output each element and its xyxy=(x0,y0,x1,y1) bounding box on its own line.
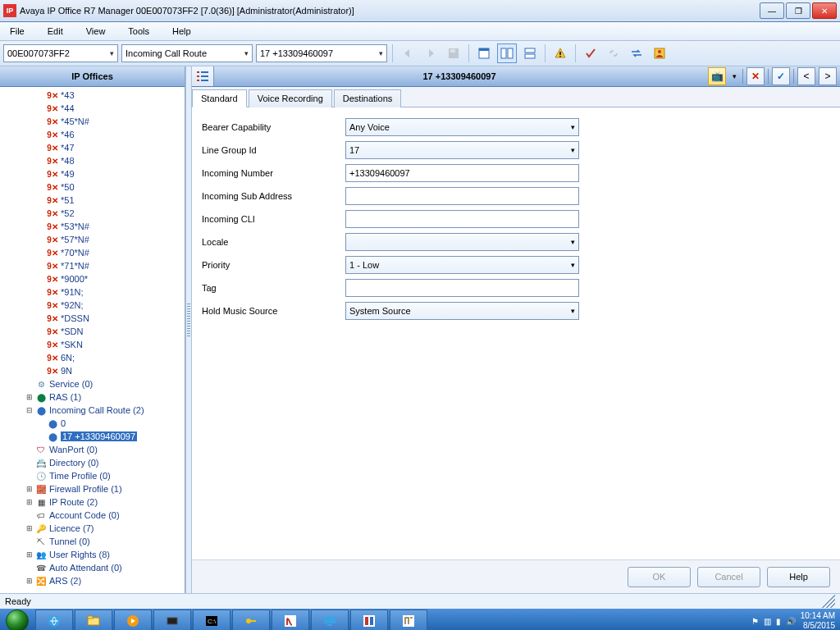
tool-check-icon[interactable] xyxy=(581,43,600,63)
tab-voice-recording[interactable]: Voice Recording xyxy=(249,89,332,107)
chevron-down-icon[interactable]: ▾ xyxy=(729,68,739,84)
tree-node[interactable]: 9✕6N; xyxy=(0,351,185,364)
tool-link-icon[interactable] xyxy=(604,43,623,63)
tree-node[interactable]: 9✕*52 xyxy=(0,207,185,220)
detail-new-icon[interactable]: 📺 xyxy=(708,67,726,85)
tool-forward-icon[interactable] xyxy=(421,43,441,63)
detail-delete-icon[interactable]: ✕ xyxy=(746,67,765,85)
tool-admin-icon[interactable] xyxy=(650,43,669,63)
taskbar-tool-icon[interactable] xyxy=(390,609,427,630)
splitter[interactable] xyxy=(185,66,192,593)
inccli-field[interactable] xyxy=(345,210,579,228)
type-combo[interactable]: Incoming Call Route▾ xyxy=(121,44,253,62)
help-button[interactable]: Help xyxy=(767,567,830,587)
tree-node[interactable]: ⬤0 xyxy=(0,417,185,430)
tray-clock[interactable]: 10:14 AM 8/5/2015 xyxy=(801,611,835,630)
tray-network-icon[interactable]: ▥ xyxy=(764,617,771,626)
detail-save-icon[interactable]: ✓ xyxy=(772,67,790,85)
tray-flag-icon[interactable]: ⚑ xyxy=(751,617,759,626)
tool-save-icon[interactable] xyxy=(444,43,463,63)
cancel-button[interactable]: Cancel xyxy=(697,567,760,587)
tree-node[interactable]: 9✕*92N; xyxy=(0,299,185,312)
tool-window1-icon[interactable] xyxy=(474,43,494,63)
tree-node[interactable]: 9✕*DSSN xyxy=(0,312,185,325)
tree-node[interactable]: ⊞⬤RAS (1) xyxy=(0,390,185,404)
tab-destinations[interactable]: Destinations xyxy=(334,89,402,107)
tree-node[interactable]: ⚙Service (0) xyxy=(0,377,185,390)
system-combo[interactable]: 00E007073FF2▾ xyxy=(3,44,118,62)
minimize-button[interactable]: — xyxy=(760,2,784,19)
taskbar-manager-icon[interactable] xyxy=(350,609,388,630)
tree-node[interactable]: ⊞▦IP Route (2) xyxy=(0,495,185,509)
nav-tree[interactable]: 9✕*439✕*449✕*45*N#9✕*469✕*479✕*489✕*499✕… xyxy=(0,87,185,593)
taskbar-app1-icon[interactable] xyxy=(153,609,191,630)
incnum-field[interactable]: +13309460097 xyxy=(345,164,579,182)
tree-node[interactable]: 9✕*91N; xyxy=(0,285,185,299)
tree-node[interactable]: 9✕9N xyxy=(0,364,185,377)
tree-node[interactable]: 9✕*9000* xyxy=(0,272,185,285)
tree-node[interactable]: 📇Directory (0) xyxy=(0,456,185,469)
tree-node[interactable]: 🏷Account Code (0) xyxy=(0,509,185,522)
detail-prev-icon[interactable]: < xyxy=(797,67,815,85)
tool-window2-icon[interactable] xyxy=(497,43,517,63)
tree-node[interactable]: 9✕*48 xyxy=(0,154,185,167)
tree-node[interactable]: 9✕*70*N# xyxy=(0,246,185,259)
tree-node[interactable]: 9✕*43 xyxy=(0,89,185,102)
tree-node[interactable]: ⊞👥User Rights (8) xyxy=(0,548,185,561)
taskbar-ie-icon[interactable] xyxy=(35,609,73,630)
tree-node[interactable]: ⊞🔀ARS (2) xyxy=(0,574,185,587)
menu-tools[interactable]: Tools xyxy=(123,25,154,38)
resize-grip-icon[interactable] xyxy=(822,595,835,608)
taskbar-avaya-icon[interactable] xyxy=(272,609,309,630)
tool-back-icon[interactable] xyxy=(398,43,418,63)
tree-node[interactable]: ☎Auto Attendant (0) xyxy=(0,561,185,574)
tree-node[interactable]: 🛡WanPort (0) xyxy=(0,443,185,456)
taskbar-monitor-icon[interactable] xyxy=(311,609,349,630)
tool-sync-icon[interactable] xyxy=(627,43,646,63)
tree-node[interactable]: 9✕*49 xyxy=(0,167,185,180)
list-view-icon[interactable] xyxy=(192,66,214,86)
lgid-combo[interactable]: 17▾ xyxy=(345,141,579,159)
taskbar-cmd-icon[interactable]: C:\ xyxy=(193,609,231,630)
start-button[interactable] xyxy=(0,609,34,630)
tree-node[interactable]: 9✕*53*N# xyxy=(0,220,185,233)
tree-node[interactable]: 9✕*57*N# xyxy=(0,233,185,246)
tag-field[interactable] xyxy=(345,279,579,297)
tree-node[interactable]: 🕓Time Profile (0) xyxy=(0,469,185,482)
tree-node[interactable]: 9✕*71*N# xyxy=(0,259,185,272)
item-combo[interactable]: 17 +13309460097▾ xyxy=(256,44,387,62)
tree-node[interactable]: ⛏Tunnel (0) xyxy=(0,535,185,548)
menu-file[interactable]: File xyxy=(5,25,30,38)
menu-help[interactable]: Help xyxy=(167,25,196,38)
prio-combo[interactable]: 1 - Low▾ xyxy=(345,256,579,274)
tree-node[interactable]: 9✕*45*N# xyxy=(0,115,185,128)
tab-standard[interactable]: Standard xyxy=(192,89,247,107)
close-button[interactable]: ✕ xyxy=(812,2,837,19)
maximize-button[interactable]: ❐ xyxy=(786,2,810,19)
menu-view[interactable]: View xyxy=(81,25,111,38)
tree-node[interactable]: 9✕*SDN xyxy=(0,325,185,338)
tray-volume-icon[interactable]: 🔊 xyxy=(786,617,796,626)
taskbar-key-icon[interactable] xyxy=(232,609,270,630)
tree-node[interactable]: ⬤17 +13309460097 xyxy=(0,430,185,443)
tree-node[interactable]: 9✕*51 xyxy=(0,194,185,207)
tree-node[interactable]: ⊞🧱Firewall Profile (1) xyxy=(0,482,185,495)
tree-node[interactable]: 9✕*50 xyxy=(0,180,185,194)
tree-node[interactable]: 9✕*47 xyxy=(0,141,185,154)
tree-node[interactable]: 9✕*SKN xyxy=(0,338,185,351)
tool-alert-icon[interactable] xyxy=(550,43,570,63)
ok-button[interactable]: OK xyxy=(628,567,691,587)
tool-window3-icon[interactable] xyxy=(520,43,540,63)
bearer-combo[interactable]: Any Voice▾ xyxy=(345,118,579,136)
taskbar-wmp-icon[interactable] xyxy=(114,609,152,630)
locale-combo[interactable]: ▾ xyxy=(345,233,579,251)
tree-node[interactable]: ⊟⬤Incoming Call Route (2) xyxy=(0,404,185,417)
incsub-field[interactable] xyxy=(345,187,579,205)
tray-wifi-icon[interactable]: ▮ xyxy=(776,617,781,626)
tree-node[interactable]: ⊞🔑Licence (7) xyxy=(0,522,185,535)
tree-node[interactable]: 9✕*44 xyxy=(0,102,185,115)
taskbar-explorer-icon[interactable] xyxy=(75,609,112,630)
detail-next-icon[interactable]: > xyxy=(819,67,837,85)
hold-combo[interactable]: System Source▾ xyxy=(345,302,579,320)
menu-edit[interactable]: Edit xyxy=(43,25,68,38)
